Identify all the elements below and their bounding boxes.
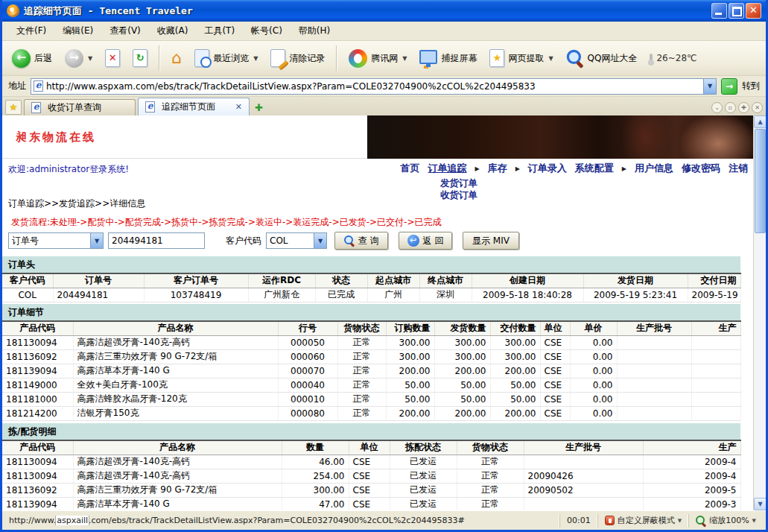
nav-change-password[interactable]: 修改密码 bbox=[682, 162, 720, 175]
table-cell: 000060 bbox=[278, 349, 337, 364]
table-row: 181149000全效+美白牙膏-100克000040正常50.0050.005… bbox=[2, 378, 740, 392]
address-field[interactable]: http://www.aspxam.com/ebs/track/TrackDet… bbox=[31, 78, 717, 95]
site-banner: 昶东物流在线 bbox=[2, 115, 753, 159]
column-header: 交付数量 bbox=[490, 321, 540, 335]
order-number-input[interactable] bbox=[108, 232, 205, 249]
address-url[interactable]: http://www.aspxam.com/ebs/track/TrackDet… bbox=[46, 81, 703, 92]
chevron-down-icon[interactable]: ▼ bbox=[90, 233, 103, 248]
recent-browsing-button[interactable]: 最近浏览 ▼ bbox=[191, 47, 261, 69]
tab-close-icon[interactable]: ✕ bbox=[235, 102, 242, 112]
forward-dropdown-icon[interactable]: ▼ bbox=[88, 55, 92, 62]
menu-file[interactable]: 文件(F) bbox=[8, 22, 54, 39]
table-cell: 2009-5-19 5:23:41 bbox=[583, 288, 688, 302]
table-cell: 000080 bbox=[278, 406, 337, 420]
table-cell: 0.00 bbox=[570, 378, 617, 392]
customer-code-select[interactable]: COL ▼ bbox=[266, 232, 327, 249]
table-cell: 正常 bbox=[457, 497, 524, 510]
table-cell: 高露洁蜂胶水晶牙膏-120克 bbox=[73, 392, 278, 406]
title-bar: 追踪细节页面 - Tencent Traveler bbox=[2, 0, 766, 22]
table-cell: 正常 bbox=[457, 455, 524, 469]
scroll-down-icon[interactable]: ▼ bbox=[754, 498, 766, 510]
table-cell: 204494181 bbox=[53, 288, 144, 302]
extract-dropdown-icon[interactable]: ▼ bbox=[548, 55, 553, 62]
table-cell: 47.00 bbox=[282, 497, 349, 510]
table-cell: 2009-5-19 8 bbox=[688, 288, 740, 302]
table-cell: 200.00 bbox=[434, 406, 490, 420]
menu-edit[interactable]: 编辑(E) bbox=[54, 22, 101, 39]
nav-logout[interactable]: 注销 bbox=[729, 162, 748, 175]
nav-order-entry[interactable]: 订单录入 bbox=[528, 162, 567, 175]
forward-icon bbox=[65, 49, 83, 68]
zoom-dropdown[interactable]: 缩放100% ▼ bbox=[688, 514, 763, 528]
search-field-select[interactable]: 订单号 ▼ bbox=[8, 232, 104, 249]
tab-restore-button[interactable]: ▫ bbox=[725, 102, 736, 113]
submenu-receive-order[interactable]: 收货订单 bbox=[440, 189, 477, 201]
shield-mode-dropdown[interactable]: 自定义屏蔽模式 ▼ bbox=[597, 514, 688, 528]
chevron-down-icon[interactable]: ▼ bbox=[314, 233, 326, 248]
page-extract-button[interactable]: 网页提取 ▼ bbox=[486, 47, 556, 69]
menu-help[interactable]: 帮助(H) bbox=[291, 22, 338, 39]
maximize-button[interactable] bbox=[729, 3, 744, 19]
query-button[interactable]: 查 询 bbox=[334, 232, 388, 250]
menu-bar: 文件(F) 编辑(E) 查看(V) 收藏(A) 工具(T) 帐号(C) 帮助(H… bbox=[2, 22, 766, 41]
go-button[interactable]: → bbox=[721, 78, 737, 95]
tab-pin-button[interactable]: ✚ bbox=[738, 102, 749, 113]
clear-history-button[interactable]: 清除记录 bbox=[267, 47, 329, 69]
table-cell: 50.00 bbox=[386, 392, 434, 406]
nav-home[interactable]: 首页 bbox=[401, 162, 420, 175]
column-header: 生产批号 bbox=[524, 440, 643, 455]
new-tab-button[interactable]: ✚ bbox=[252, 102, 266, 115]
tab-close-all-button[interactable]: ✕ bbox=[752, 102, 763, 113]
tencent-dropdown-icon[interactable]: ▼ bbox=[402, 55, 407, 62]
forward-button[interactable]: ▼ bbox=[61, 47, 96, 70]
back-button[interactable]: 后退 bbox=[8, 47, 56, 70]
refresh-button[interactable] bbox=[129, 47, 151, 69]
address-dropdown-icon[interactable]: ▼ bbox=[703, 79, 716, 94]
close-button[interactable] bbox=[746, 3, 761, 19]
menu-view[interactable]: 查看(V) bbox=[101, 22, 149, 39]
table-cell: 高露洁超强牙膏-140克-高钙 bbox=[73, 469, 282, 483]
nav-user-info[interactable]: 用户信息 bbox=[635, 162, 673, 175]
menu-tools[interactable]: 工具(T) bbox=[196, 22, 243, 39]
show-miv-button[interactable]: 显示 MIV bbox=[463, 232, 519, 250]
tab-receive-order-query[interactable]: 收货订单查询 bbox=[24, 99, 136, 115]
recent-dropdown-icon[interactable]: ▼ bbox=[253, 55, 258, 62]
tab-track-detail[interactable]: 追踪细节页面 ✕ bbox=[138, 98, 250, 115]
home-button[interactable]: ⌂ bbox=[168, 48, 185, 69]
menu-account[interactable]: 帐号(C) bbox=[243, 22, 291, 39]
table-cell: 50.00 bbox=[490, 392, 540, 406]
tencent-site-button[interactable]: 腾讯网 ▼ bbox=[345, 47, 410, 70]
table-cell: 高露洁草本牙膏-140 G bbox=[73, 364, 278, 378]
status-url-prefix: http://www. bbox=[9, 516, 56, 525]
tab-list-button[interactable]: ⌄ bbox=[711, 102, 723, 113]
vertical-scrollbar[interactable]: ▲ ▼ bbox=[753, 115, 766, 510]
menu-favorites[interactable]: 收藏(A) bbox=[149, 22, 197, 39]
clear-label: 清除记录 bbox=[289, 52, 325, 65]
broom-icon bbox=[270, 49, 285, 67]
minimize-button[interactable] bbox=[711, 3, 727, 19]
table-cell: 300.00 bbox=[386, 349, 434, 364]
favorites-star-icon[interactable]: ★ bbox=[5, 100, 22, 115]
return-button[interactable]: 返 回 bbox=[399, 232, 452, 250]
nav-sys-config[interactable]: 系统配置 bbox=[575, 162, 614, 175]
scrollbar-thumb[interactable] bbox=[755, 129, 766, 233]
table-cell bbox=[691, 378, 740, 392]
nav-order-track[interactable]: 订单追踪 bbox=[428, 162, 467, 175]
weather-widget[interactable]: 26~28℃ bbox=[646, 51, 700, 66]
qq-sites-button[interactable]: QQ网址大全 bbox=[562, 50, 641, 67]
table-cell: 300.00 bbox=[434, 349, 490, 364]
address-label: 地址 bbox=[8, 80, 26, 92]
nav-arrow-icon: ▶ bbox=[515, 165, 520, 172]
scroll-up-icon[interactable]: ▲ bbox=[754, 115, 766, 128]
nav-inventory[interactable]: 库存 bbox=[488, 162, 507, 175]
magnifier-icon bbox=[566, 50, 583, 66]
table-cell: 正常 bbox=[337, 406, 386, 420]
doc-star-icon bbox=[489, 49, 504, 67]
table-cell bbox=[617, 335, 691, 349]
stop-button[interactable] bbox=[101, 47, 124, 69]
capture-screen-button[interactable]: 捕捉屏幕 bbox=[416, 50, 480, 67]
table-cell: 高露洁三重功效牙膏 90 G-72支/箱 bbox=[73, 483, 282, 497]
customer-code-value: COL bbox=[267, 235, 314, 246]
go-label[interactable]: 转到 bbox=[742, 80, 760, 92]
submenu-ship-order[interactable]: 发货订单 bbox=[440, 177, 477, 189]
